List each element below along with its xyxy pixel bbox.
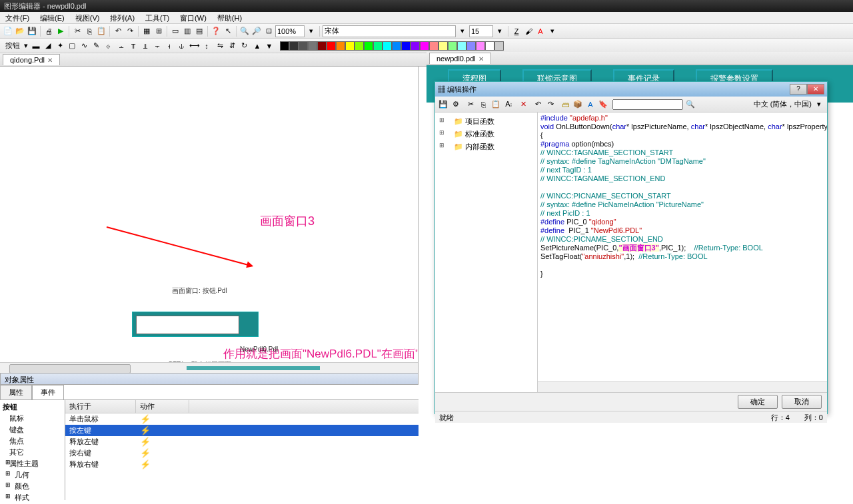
menu-item[interactable]: 文件(F) (0, 12, 35, 23)
save-icon[interactable]: 💾 (27, 26, 37, 37)
color-palette[interactable] (280, 41, 504, 51)
zoomfit-icon[interactable]: ⊡ (263, 26, 274, 37)
color-swatch[interactable] (373, 41, 383, 51)
tree-color[interactable]: 颜色 (1, 481, 63, 492)
font-select[interactable] (323, 25, 456, 37)
align-t[interactable]: ⫟ (152, 41, 163, 51)
run-icon[interactable]: ▶ (55, 26, 66, 37)
col-exec[interactable]: 执行于 (65, 400, 136, 413)
font-icon[interactable]: Aᵢ (503, 99, 514, 110)
win1-icon[interactable]: ▭ (170, 26, 181, 37)
layer-icon[interactable]: ▬ (31, 41, 41, 51)
menu-item[interactable]: 工具(T) (140, 12, 175, 23)
color-swatch[interactable] (289, 41, 299, 51)
save-icon[interactable]: 💾 (438, 99, 448, 110)
color-swatch[interactable] (299, 41, 308, 51)
tool-d[interactable]: ∿ (79, 41, 89, 51)
bookmark-icon[interactable]: 🔖 (598, 99, 608, 110)
color-swatch[interactable] (308, 41, 317, 51)
tree-project-fn[interactable]: 📁 项目函数 (438, 115, 534, 128)
tree-mouse[interactable]: 鼠标 (1, 413, 63, 424)
color-swatch[interactable] (457, 41, 466, 51)
rotate[interactable]: ↻ (239, 41, 249, 51)
ok-button[interactable]: 确定 (738, 395, 778, 409)
function-tree[interactable]: 📁 项目函数 📁 标准函数 📁 内部函数 (435, 113, 538, 392)
tab-events[interactable]: 事件 (32, 385, 64, 399)
color-swatch[interactable] (392, 41, 401, 51)
front[interactable]: ▲ (252, 41, 263, 51)
tree-geom[interactable]: 几何 (1, 469, 63, 481)
back[interactable]: ▼ (264, 41, 275, 51)
align-c[interactable]: ⫪ (128, 41, 139, 51)
tree-theme[interactable]: 属性主题 (1, 458, 63, 469)
grid-icon[interactable]: ▦ (141, 26, 152, 37)
tree-keyboard[interactable]: 键盘 (1, 424, 63, 435)
hscroll[interactable] (0, 362, 418, 373)
tree-std-fn[interactable]: 📁 标准函数 (438, 128, 534, 140)
search-box[interactable] (612, 99, 683, 110)
color-swatch[interactable] (345, 41, 355, 51)
win3-icon[interactable]: ▤ (194, 26, 205, 37)
color-swatch[interactable] (401, 41, 411, 51)
redo-icon[interactable]: ↷ (125, 26, 135, 37)
color-swatch[interactable] (466, 41, 476, 51)
col-action[interactable]: 动作 (136, 400, 189, 413)
bold-icon[interactable]: Z (511, 26, 522, 37)
code-editor[interactable]: #include "apdefap.h" void OnLButtonDown(… (538, 113, 827, 392)
paste-icon[interactable]: 📋 (96, 26, 107, 37)
db-icon[interactable]: 🗃 (560, 99, 570, 110)
menu-item[interactable]: 帮助(H) (212, 12, 247, 23)
color-swatch[interactable] (383, 41, 392, 51)
zoom-input[interactable] (275, 25, 305, 37)
help-icon[interactable]: ❓ (211, 26, 221, 37)
undo-icon[interactable]: ↶ (113, 26, 123, 37)
color-swatch[interactable] (317, 41, 327, 51)
color-swatch[interactable] (448, 41, 457, 51)
pointer-icon[interactable]: ↖ (223, 26, 233, 37)
align-b[interactable]: ⫝ (176, 41, 187, 51)
row-rup[interactable]: 释放右键⚡ (65, 459, 419, 470)
menu-item[interactable]: 视图(V) (70, 12, 105, 23)
color-swatch[interactable] (280, 41, 289, 51)
close-button[interactable]: ✕ (807, 84, 824, 95)
menu-item[interactable]: 排列(A) (105, 12, 140, 23)
row-click[interactable]: 单击鼠标⚡ (65, 413, 419, 425)
color-swatch[interactable] (336, 41, 345, 51)
flip-h[interactable]: ⇋ (215, 41, 225, 51)
search-icon[interactable]: 🔍 (685, 99, 696, 110)
delete-icon[interactable]: ✕ (518, 99, 528, 110)
menu-item[interactable]: 窗口(W) (175, 12, 212, 23)
align-m[interactable]: ⫞ (164, 41, 175, 51)
tab-newpdl0[interactable]: newpdl0.pdl✕ (429, 53, 491, 64)
color-swatch[interactable] (420, 41, 429, 51)
tree-other[interactable]: 其它 (1, 447, 63, 458)
color-swatch[interactable] (485, 41, 494, 51)
tool-e[interactable]: ✎ (91, 41, 101, 51)
picture-window[interactable] (132, 312, 259, 337)
redo-icon[interactable]: ↷ (545, 99, 556, 110)
event-tree[interactable]: 按钮 鼠标 键盘 焦点 其它 属性主题 几何 颜色 样式 字体 (0, 400, 65, 500)
new-icon[interactable]: 📄 (3, 26, 13, 37)
cut-icon[interactable]: ✂ (72, 26, 83, 37)
dialog-titlebar[interactable]: ▦ 编辑操作 ? ✕ (435, 82, 827, 97)
color-swatch[interactable] (438, 41, 448, 51)
tree-internal-fn[interactable]: 📁 内部函数 (438, 140, 534, 153)
color1-icon[interactable]: 🖌 (523, 26, 534, 37)
paste-icon[interactable]: 📋 (490, 99, 501, 110)
menu-item[interactable]: 编辑(E) (35, 12, 70, 23)
fontsize-select[interactable] (469, 25, 493, 37)
open-icon[interactable]: 📂 (15, 26, 25, 37)
snap-icon[interactable]: ⊞ (153, 26, 164, 37)
tab-qidong[interactable]: qidong.Pdl✕ (3, 54, 60, 65)
color-swatch[interactable] (355, 41, 364, 51)
row-lup[interactable]: 释放左键⚡ (65, 436, 419, 447)
color-swatch[interactable] (429, 41, 438, 51)
color-swatch[interactable] (494, 41, 504, 51)
align-l[interactable]: ⫠ (116, 41, 127, 51)
code-hscroll[interactable] (538, 381, 827, 392)
help-button[interactable]: ? (790, 84, 807, 95)
dropdown-icon[interactable]: ▾ (306, 26, 317, 37)
cancel-button[interactable]: 取消 (782, 395, 822, 409)
design-canvas[interactable]: 画面窗口3 画面窗口: 按钮.Pdl CTRL - 双击打开画面。 作用就是把画… (0, 67, 419, 373)
color-swatch[interactable] (364, 41, 373, 51)
